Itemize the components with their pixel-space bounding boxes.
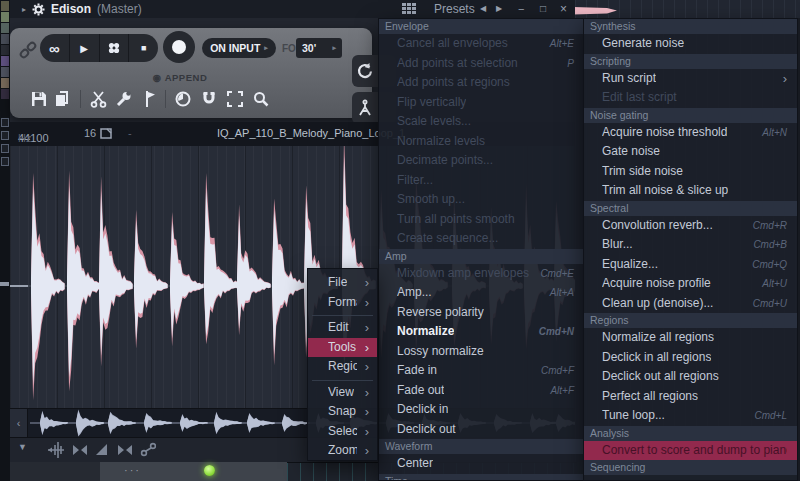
wrench-icon[interactable]	[115, 90, 133, 108]
flag-icon[interactable]	[142, 90, 160, 108]
menu-section-envelope: Envelope	[379, 19, 584, 34]
seek-disc-icon[interactable]	[174, 90, 192, 108]
menu-item-normalize-levels[interactable]: Normalize levels	[379, 132, 584, 152]
menu-item-lossy-normalize[interactable]: Lossy normalize	[379, 342, 584, 362]
ramp-icon[interactable]	[95, 442, 111, 458]
menu-item-tune-loop[interactable]: Tune loop...Cmd+L	[584, 406, 797, 426]
menu-item-format[interactable]: Format›	[308, 293, 377, 313]
overview-collapse-button[interactable]: ‹	[10, 409, 28, 437]
menu-item-mixdown-amp-envelopes[interactable]: Mixdown amp envelopesCmd+E	[379, 264, 584, 284]
link-icon[interactable]	[18, 40, 38, 60]
menu-item-trim-side-noise[interactable]: Trim side noise	[584, 162, 797, 182]
menu-item-tools[interactable]: Tools›	[308, 338, 377, 358]
menu-item-edit[interactable]: Edit›	[308, 318, 377, 338]
stop-button[interactable]: ■	[129, 34, 158, 62]
record-mode-button[interactable]	[100, 34, 130, 62]
menu-item-fade-out[interactable]: Fade outAlt+F	[379, 381, 584, 401]
checkbox-tile	[1, 131, 9, 140]
menu-item-label: Edit last script	[602, 88, 677, 108]
menu-section-scripting: Scripting	[584, 54, 797, 69]
menu-item-add-points-at-regions[interactable]: Add points at regions	[379, 73, 584, 93]
menu-item-equalize[interactable]: Equalize...Cmd+Q	[584, 255, 797, 275]
fl-studio-screen: ▸ Edison (Master) Presets ◀ ▶ − □ ×	[0, 0, 800, 481]
menu-item-clean-up-denoise[interactable]: Clean up (denoise)...Cmd+U	[584, 294, 797, 314]
menu-item-view[interactable]: View›	[308, 383, 377, 403]
menu-item-file[interactable]: File›	[308, 273, 377, 293]
submenu-arrow-icon: ›	[365, 273, 369, 293]
fold-arrow-icon[interactable]: ▼	[18, 442, 27, 452]
menu-item-label: Normalize levels	[397, 132, 485, 152]
minimize-icon[interactable]: −	[518, 0, 524, 18]
menu-item-decimate-points[interactable]: Decimate points...	[379, 151, 584, 171]
stretch-waveform-icon[interactable]	[48, 442, 64, 458]
menu-item-run-script[interactable]: Run script›	[584, 69, 797, 89]
menu-item-select[interactable]: Select›	[308, 422, 377, 442]
sample-filename: IQ_AP_110_B_Melody_Piano_Loop_1	[217, 127, 405, 139]
snap-out-icon[interactable]	[117, 442, 133, 458]
menu-item-smooth-up[interactable]: Smooth up...	[379, 190, 584, 210]
menu-item-declick-in[interactable]: Declick in	[379, 400, 584, 420]
menu-item-convert-to-score-and-dump-to-piano-roll[interactable]: Convert to score and dump to piano roll	[584, 441, 797, 461]
menu-item-shortcut: Alt+U	[762, 274, 787, 294]
selection-corners-icon[interactable]	[226, 90, 244, 108]
menu-item-zoom[interactable]: Zoom›	[308, 441, 377, 461]
play-button[interactable]: ▶	[70, 34, 100, 62]
close-icon[interactable]: ×	[560, 0, 567, 18]
menu-item-acquire-noise-threshold[interactable]: Acquire noise thresholdAlt+N	[584, 123, 797, 143]
menu-item-gate-noise[interactable]: Gate noise	[584, 142, 797, 162]
menu-item-regions[interactable]: Regions›	[308, 357, 377, 377]
menu-item-edit-last-script[interactable]: Edit last script	[584, 88, 797, 108]
menu-item-trim-all-noise-slice-up[interactable]: Trim all noise & slice up	[584, 181, 797, 201]
menu-item-cancel-all-envelopes[interactable]: Cancel all envelopesAlt+E	[379, 34, 584, 54]
menu-item-convolution-reverb[interactable]: Convolution reverb...Cmd+R	[584, 216, 797, 236]
menu-item-label: Tune loop...	[602, 406, 665, 426]
preset-prev-icon[interactable]: ◀	[480, 0, 486, 18]
append-radio[interactable]: ◉ APPEND	[10, 72, 350, 83]
menu-item-normalize-all-regions[interactable]: Normalize all regions	[584, 328, 797, 348]
submenu-arrow-icon: ›	[365, 422, 369, 442]
menu-item-label: Fade in	[397, 361, 437, 381]
menu-item-scale-levels[interactable]: Scale levels...	[379, 112, 584, 132]
menu-item-acquire-noise-profile[interactable]: Acquire noise profileAlt+U	[584, 274, 797, 294]
zoom-magnifier-icon[interactable]	[252, 90, 270, 108]
menu-item-blur[interactable]: Blur...Cmd+B	[584, 235, 797, 255]
menu-item-declick-in-all-regions[interactable]: Declick in all regions	[584, 348, 797, 368]
green-led[interactable]	[204, 465, 215, 476]
menu-item-label: Declick out	[397, 420, 456, 440]
menu-item-declick-out[interactable]: Declick out	[379, 420, 584, 440]
menu-item-amp[interactable]: Amp...Alt+A	[379, 283, 584, 303]
snap-in-icon[interactable]	[72, 442, 88, 458]
menu-item-normalize[interactable]: NormalizeCmd+N	[379, 322, 584, 342]
record-duration-select[interactable]: 30' ▸	[296, 38, 342, 58]
gear-icon[interactable]	[32, 3, 45, 16]
checkbox-tile	[1, 157, 9, 166]
menu-item-perfect-all-regions[interactable]: Perfect all regions	[584, 387, 797, 407]
magnet-icon[interactable]	[200, 90, 218, 108]
record-trigger-select[interactable]: ON INPUT ▸	[202, 38, 276, 58]
menu-item-turn-all-points-smooth[interactable]: Turn all points smooth	[379, 210, 584, 230]
loop-button[interactable]: ∞	[40, 34, 70, 62]
menu-item-center[interactable]: Center	[379, 454, 584, 474]
menu-item-filter[interactable]: Filter...	[379, 171, 584, 191]
presets-label[interactable]: Presets	[434, 0, 475, 18]
record-dot-icon	[172, 40, 186, 54]
save-icon[interactable]	[30, 90, 48, 108]
record-button[interactable]	[163, 31, 195, 63]
menu-item-create-sequence[interactable]: Create sequence...	[379, 229, 584, 249]
menu-item-declick-out-all-regions[interactable]: Declick out all regions	[584, 367, 797, 387]
menu-item-add-points-at-selection[interactable]: Add points at selectionP	[379, 54, 584, 74]
menu-item-flip-vertically[interactable]: Flip vertically	[379, 93, 584, 113]
preset-next-icon[interactable]: ▶	[496, 0, 502, 18]
menu-item-fade-in[interactable]: Fade inCmd+F	[379, 361, 584, 381]
copy-icon[interactable]	[54, 90, 72, 108]
scissors-icon[interactable]	[90, 90, 108, 108]
window-title: Edison	[51, 2, 91, 16]
menu-item-generate-noise[interactable]: Generate noise	[584, 34, 797, 54]
menu-item-snap[interactable]: Snap›	[308, 402, 377, 422]
collapse-arrow-icon[interactable]: ▸	[22, 5, 26, 14]
menu-item-reverse-polarity[interactable]: Reverse polarity	[379, 303, 584, 323]
slide-link-icon[interactable]	[140, 442, 156, 458]
maximize-icon[interactable]: □	[540, 0, 546, 18]
menu-section-sequencing: Sequencing	[584, 460, 797, 475]
menu-section-spectral: Spectral	[584, 201, 797, 216]
